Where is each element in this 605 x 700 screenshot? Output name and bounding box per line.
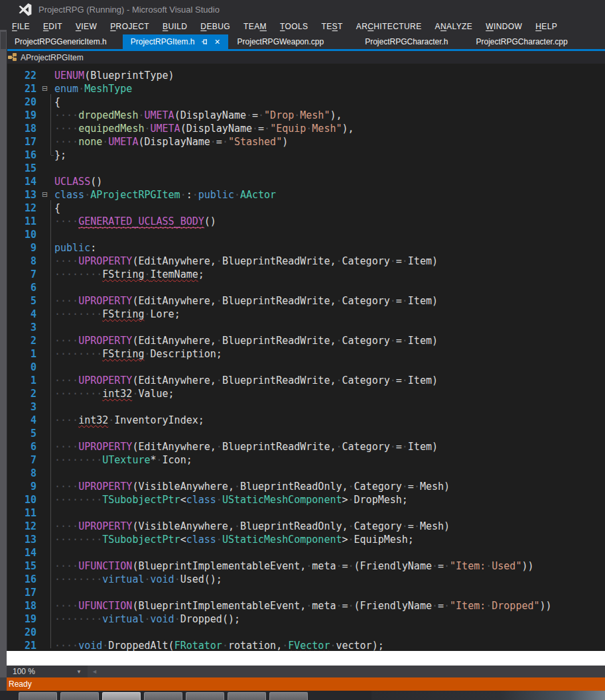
horizontal-scrollbar[interactable]: ◄ [88,666,605,677]
code-line[interactable]: 10········TSubobjectPtr<class·UStaticMes… [0,493,605,506]
navigation-bar[interactable]: AProjectRPGItem [0,51,605,64]
code-line[interactable]: 10 [0,228,605,241]
code-text: UCLASS() [54,175,605,188]
code-line[interactable]: 20 [0,626,605,639]
code-line[interactable]: 0 [0,361,605,374]
code-line[interactable]: 12{ [0,202,605,215]
code-text: ····int32·InventoryIndex; [54,414,605,427]
code-line[interactable]: 21····void·DroppedAlt(FRotator·rotation,… [0,639,605,651]
taskbar-button[interactable] [102,692,141,700]
code-line[interactable]: 19········virtual·void·Dropped(); [0,612,605,626]
taskbar-button[interactable] [60,692,99,700]
code-line[interactable]: 18····UFUNCTION(BlueprintImplementableEv… [0,599,605,612]
code-line[interactable]: 22UENUM(BlueprintType) [0,69,605,82]
code-line[interactable]: 7········FString·ItemName; [0,268,605,281]
menu-view[interactable]: VIEW [69,19,103,34]
code-line[interactable]: 18····equipedMesh·UMETA(DisplayName·=·"E… [0,122,605,135]
collapse-icon[interactable]: ⊟ [42,82,54,95]
code-line[interactable]: 19····dropedMesh·UMETA(DisplayName·=·"Dr… [0,109,605,122]
pin-icon[interactable] [201,38,209,46]
code-line[interactable]: 4········FString·Lore; [0,308,605,321]
zoom-level-dropdown[interactable]: 100 % ▼ [7,667,88,676]
taskbar-button[interactable] [144,692,182,700]
tab-projectrpgcharacter-h[interactable]: ProjectRPGCharacter.h [357,34,456,49]
breadcrumb-scope-label[interactable]: AProjectRPGItem [21,53,84,62]
code-text: ····UPROPERTY(VisibleAnywhere,·Blueprint… [54,480,605,493]
line-number: 0 [8,361,48,374]
menu-window[interactable]: WINDOW [479,19,529,34]
menu-edit[interactable]: EDIT [36,19,69,34]
line-number: 3 [8,321,42,334]
code-line[interactable]: 21⊟enum·MeshType [0,82,605,95]
title-bar[interactable]: ProjectRPG (Running) - Microsoft Visual … [0,0,605,19]
code-line[interactable]: 9····UPROPERTY(VisibleAnywhere,·Blueprin… [0,480,605,493]
code-line[interactable]: 1········FString·Description; [0,347,605,361]
menu-project[interactable]: PROJECT [103,19,156,34]
code-line[interactable]: 14 [0,546,605,559]
close-icon[interactable]: × [214,38,220,46]
code-line[interactable]: 4····int32·InventoryIndex; [0,414,605,427]
code-line[interactable]: 5····UPROPERTY(EditAnywhere,·BlueprintRe… [0,294,605,308]
code-line[interactable]: 14UCLASS() [0,175,605,188]
taskbar-button[interactable] [228,692,266,700]
code-line[interactable]: 17 [0,586,605,599]
tab-projectrpgweapon-cpp[interactable]: ProjectRPGWeapon.cpp [230,34,332,49]
fold-margin [42,400,54,414]
menu-architecture[interactable]: ARCHITECTURE [350,19,429,34]
code-line[interactable]: 15 [0,162,605,175]
code-text: ····UPROPERTY(EditAnywhere,·BlueprintRea… [54,440,605,453]
code-text [54,586,605,599]
fold-margin [42,586,54,599]
menu-file[interactable]: FILE [5,19,36,34]
fold-margin [42,135,54,148]
code-text: { [54,202,605,215]
code-line[interactable]: 5 [0,427,605,440]
code-line[interactable]: 16}; [0,148,605,162]
code-line[interactable]: 17····none·UMETA(DisplayName·=·"Stashed"… [0,135,605,148]
code-line[interactable]: 6····UPROPERTY(EditAnywhere,·BlueprintRe… [0,440,605,453]
menu-build[interactable]: BUILD [156,19,194,34]
code-line[interactable]: 16········virtual·void·Used(); [0,573,605,586]
code-line[interactable]: 8 [0,467,605,480]
code-line[interactable]: 9public: [0,241,605,255]
tab-projectrpgcharacter-cpp[interactable]: ProjectRPGCharacter.cpp [468,34,576,49]
menu-analyze[interactable]: ANALYZE [429,19,480,34]
code-line[interactable]: 3 [0,400,605,414]
code-line[interactable]: 13········TSubobjectPtr<class·UStaticMes… [0,533,605,546]
menu-test[interactable]: TEST [314,19,349,34]
tab-projectrpgitem-h[interactable]: ProjectRPGItem.h× [123,34,228,49]
fold-margin [42,440,54,453]
fold-margin [42,215,54,228]
line-number: 1 [8,374,42,387]
fold-margin [42,467,54,480]
code-line[interactable]: 11····GENERATED_UCLASS_BODY() [0,215,605,228]
code-line[interactable]: 2········int32·Value; [0,387,605,400]
tab-projectrpggenericitem-h[interactable]: ProjectRPGGenericItem.h [7,34,115,49]
code-line[interactable]: 6 [0,281,605,294]
code-line[interactable]: 3 [0,321,605,334]
code-line[interactable]: 7········UTexture*·Icon; [0,453,605,467]
menu-help[interactable]: HELP [529,19,564,34]
scroll-left-arrow-icon[interactable]: ◄ [92,668,98,675]
code-line[interactable]: 11 [0,506,605,520]
line-number: 8 [8,467,42,480]
code-line[interactable]: 8····UPROPERTY(EditAnywhere,·BlueprintRe… [0,255,605,268]
taskbar-button[interactable] [269,692,308,700]
menu-debug[interactable]: DEBUG [194,19,237,34]
code-line[interactable]: 2····UPROPERTY(EditAnywhere,·BlueprintRe… [0,334,605,347]
code-line[interactable]: 1····UPROPERTY(EditAnywhere,·BlueprintRe… [0,374,605,387]
taskbar-button[interactable] [19,692,57,700]
line-number: 7 [8,453,42,467]
code-text: ····dropedMesh·UMETA(DisplayName·=·"Drop… [54,109,605,122]
menu-team[interactable]: TEAM [237,19,273,34]
line-number: 6 [8,440,42,453]
collapse-icon[interactable]: ⊟ [42,188,54,202]
code-line[interactable]: 20{ [0,95,605,109]
code-line[interactable]: 15····UFUNCTION(BlueprintImplementableEv… [0,559,605,573]
code-line[interactable]: 13⊟class·AProjectRPGItem·:·public·AActor [0,188,605,202]
code-editor[interactable]: 22UENUM(BlueprintType)21⊟enum·MeshType20… [0,64,605,651]
menu-tools[interactable]: TOOLS [273,19,314,34]
line-number: 5 [8,427,42,440]
taskbar-button[interactable] [186,692,224,700]
code-line[interactable]: 12····UPROPERTY(VisibleAnywhere,·Bluepri… [0,520,605,533]
